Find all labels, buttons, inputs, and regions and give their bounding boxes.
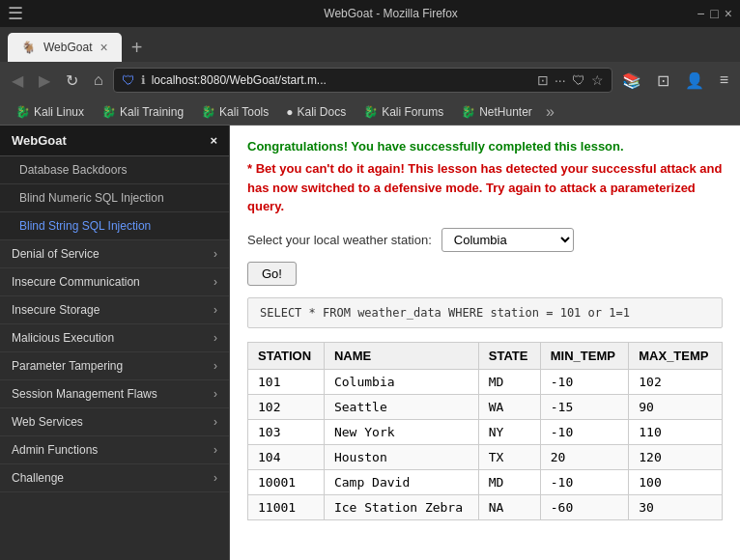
title-bar: ☰ WebGoat - Mozilla Firefox − □ × bbox=[0, 0, 740, 27]
table-row: 102SeattleWA-1590 bbox=[248, 394, 723, 419]
sidebar-item-session-management[interactable]: Session Management Flaws › bbox=[0, 380, 229, 408]
sidebar-item-label: Database Backdoors bbox=[19, 163, 127, 177]
bookmarks-bar: 🐉 Kali Linux 🐉 Kali Training 🐉 Kali Tool… bbox=[0, 98, 740, 126]
sidebar-item-label: Insecure Communication bbox=[12, 275, 140, 289]
menu-button[interactable]: ≡ bbox=[714, 68, 734, 94]
sidebar-close-button[interactable]: × bbox=[210, 133, 217, 148]
bookmark-nethunter[interactable]: 🐉 NetHunter bbox=[453, 102, 540, 122]
bookmark-kali-linux[interactable]: 🐉 Kali Linux bbox=[8, 102, 92, 122]
station-label: Select your local weather station: bbox=[247, 233, 432, 247]
bookmark-label: Kali Tools bbox=[219, 105, 269, 119]
kali-tools-icon: 🐉 bbox=[201, 105, 215, 119]
bookmark-label: NetHunter bbox=[479, 105, 532, 119]
sidebar-item-label: Admin Functions bbox=[12, 443, 98, 457]
bookmark-kali-docs[interactable]: ● Kali Docs bbox=[278, 102, 354, 122]
table-row: 104HoustonTX20120 bbox=[248, 444, 723, 469]
chevron-icon: › bbox=[213, 415, 217, 429]
sidebar-item-parameter-tampering[interactable]: Parameter Tampering › bbox=[0, 352, 229, 380]
close-button[interactable]: × bbox=[725, 6, 732, 21]
sidebar-item-label: Parameter Tampering bbox=[12, 359, 123, 373]
bookmark-kali-tools[interactable]: 🐉 Kali Tools bbox=[193, 102, 276, 122]
table-row: 10001Camp DavidMD-10100 bbox=[248, 469, 723, 494]
kali-docs-icon: ● bbox=[286, 105, 293, 119]
sidebar-item-denial-of-service[interactable]: Denial of Service › bbox=[0, 240, 229, 268]
sidebar-item-challenge[interactable]: Challenge › bbox=[0, 464, 229, 492]
main-layout: WebGoat × Database Backdoors Blind Numer… bbox=[0, 126, 740, 560]
kali-forums-icon: 🐉 bbox=[363, 105, 378, 119]
back-button[interactable]: ◀ bbox=[6, 68, 29, 94]
bookmark-label: Kali Docs bbox=[297, 105, 346, 119]
col-state: STATE bbox=[478, 342, 540, 369]
chevron-icon: › bbox=[213, 471, 217, 485]
maximize-button[interactable]: □ bbox=[710, 6, 718, 21]
sidebar: WebGoat × Database Backdoors Blind Numer… bbox=[0, 126, 230, 560]
chevron-icon: › bbox=[213, 275, 217, 289]
minimize-button[interactable]: − bbox=[697, 6, 704, 21]
profile-icon[interactable]: 👤 bbox=[679, 68, 710, 94]
new-tab-button[interactable]: + bbox=[122, 33, 153, 62]
table-row: 103New YorkNY-10110 bbox=[248, 419, 723, 444]
bookmark-label: Kali Forums bbox=[382, 105, 443, 119]
sync-icon[interactable]: ⊡ bbox=[651, 68, 675, 94]
sql-query-display: SELECT * FROM weather_data WHERE station… bbox=[247, 297, 723, 328]
info-icon: ℹ bbox=[141, 73, 146, 87]
sidebar-item-label: Malicious Execution bbox=[12, 331, 114, 345]
chevron-icon: › bbox=[213, 247, 217, 261]
sidebar-item-insecure-communication[interactable]: Insecure Communication › bbox=[0, 268, 229, 296]
sidebar-item-label: Challenge bbox=[12, 471, 64, 485]
content-area: Congratulations! You have successfully c… bbox=[230, 126, 740, 560]
chevron-icon: › bbox=[213, 303, 217, 317]
chevron-icon: › bbox=[213, 387, 217, 401]
sidebar-item-label: Denial of Service bbox=[12, 247, 100, 261]
more-icon[interactable]: ··· bbox=[555, 72, 566, 88]
sidebar-item-web-services[interactable]: Web Services › bbox=[0, 408, 229, 436]
forward-button[interactable]: ▶ bbox=[33, 68, 56, 94]
sidebar-header: WebGoat × bbox=[0, 126, 229, 156]
col-station: STATION bbox=[248, 342, 325, 369]
window-title: WebGoat - Mozilla Firefox bbox=[85, 7, 697, 20]
chevron-icon: › bbox=[213, 359, 217, 373]
bookmark-kali-forums[interactable]: 🐉 Kali Forums bbox=[356, 102, 451, 122]
tab-label: WebGoat bbox=[43, 41, 92, 54]
sidebar-item-database-backdoors[interactable]: Database Backdoors bbox=[0, 156, 229, 184]
bookmark-label: Kali Training bbox=[120, 105, 184, 119]
sidebar-item-insecure-storage[interactable]: Insecure Storage › bbox=[0, 296, 229, 324]
tab-close-button[interactable]: × bbox=[100, 40, 107, 55]
sidebar-item-label: Insecure Storage bbox=[12, 303, 100, 317]
sidebar-item-blind-numeric[interactable]: Blind Numeric SQL Injection bbox=[0, 184, 229, 212]
bookmark-kali-training[interactable]: 🐉 Kali Training bbox=[94, 102, 191, 122]
sidebar-item-label: Blind String SQL Injection bbox=[19, 219, 151, 233]
chevron-icon: › bbox=[213, 331, 217, 345]
bookmark-star-icon[interactable]: ☆ bbox=[591, 72, 604, 88]
nethunter-icon: 🐉 bbox=[461, 105, 475, 119]
bookmark-label: Kali Linux bbox=[34, 105, 84, 119]
col-max-temp: MAX_TEMP bbox=[629, 342, 723, 369]
vpn-icon[interactable]: 🛡 bbox=[572, 72, 585, 88]
reload-button[interactable]: ↻ bbox=[60, 68, 84, 94]
success-message: Congratulations! You have successfully c… bbox=[247, 139, 723, 154]
library-icon[interactable]: 📚 bbox=[616, 68, 647, 94]
sidebar-item-blind-string[interactable]: Blind String SQL Injection bbox=[0, 212, 229, 240]
sidebar-item-label: Web Services bbox=[12, 415, 83, 429]
chevron-icon: › bbox=[213, 443, 217, 457]
sidebar-title: WebGoat bbox=[12, 133, 67, 148]
sidebar-item-admin-functions[interactable]: Admin Functions › bbox=[0, 436, 229, 464]
table-row: 11001Ice Station ZebraNA-6030 bbox=[248, 494, 723, 519]
station-select[interactable]: Columbia Seattle New York Houston Camp D… bbox=[441, 228, 574, 252]
tab-webgoat[interactable]: 🐐 WebGoat × bbox=[8, 33, 122, 62]
sidebar-item-malicious-execution[interactable]: Malicious Execution › bbox=[0, 324, 229, 352]
results-table: STATION NAME STATE MIN_TEMP MAX_TEMP 101… bbox=[247, 342, 723, 520]
col-min-temp: MIN_TEMP bbox=[540, 342, 628, 369]
tab-icon: 🐐 bbox=[21, 41, 36, 54]
address-bar[interactable]: 🛡 ℹ localhost:8080/WebGoat/start.m... ⊡ … bbox=[113, 68, 612, 93]
col-name: NAME bbox=[324, 342, 478, 369]
reader-icon[interactable]: ⊡ bbox=[537, 72, 549, 88]
shield-icon: 🛡 bbox=[122, 72, 135, 88]
station-row: Select your local weather station: Colum… bbox=[247, 228, 723, 252]
go-button[interactable]: Go! bbox=[247, 262, 297, 286]
bookmarks-more-button[interactable]: » bbox=[542, 103, 558, 121]
sidebar-item-label: Session Management Flaws bbox=[12, 387, 157, 401]
home-button[interactable]: ⌂ bbox=[88, 68, 109, 93]
tab-bar: 🐐 WebGoat × + bbox=[0, 27, 740, 62]
table-row: 101ColumbiaMD-10102 bbox=[248, 369, 723, 394]
